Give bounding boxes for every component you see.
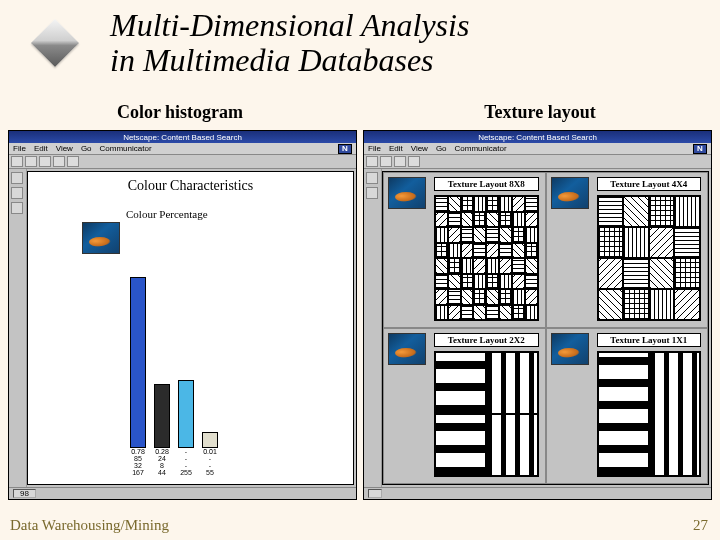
axis-label: 0.28: [154, 448, 170, 455]
menu-item[interactable]: View: [411, 144, 428, 153]
texture-cell: [486, 305, 499, 321]
texture-cell: [461, 274, 474, 290]
texture-cell: [486, 414, 537, 476]
toolbar: [9, 155, 356, 169]
texture-cell: [473, 243, 486, 259]
texture-cell: [499, 227, 512, 243]
texture-cell: [486, 274, 499, 290]
toolbar-button[interactable]: [11, 156, 23, 167]
query-image-thumb: [388, 177, 426, 209]
side-toolbar: [9, 169, 27, 487]
texture-cell: [649, 196, 675, 227]
menu-item[interactable]: Communicator: [455, 144, 507, 153]
window-titlebar: Netscape: Content Based Search: [9, 131, 356, 143]
query-image-thumb: [388, 333, 426, 365]
quad-title: Texture Layout 2X2: [434, 333, 539, 347]
texture-cell: [525, 212, 538, 228]
toolbar-button[interactable]: [380, 156, 392, 167]
toolbar-button[interactable]: [408, 156, 420, 167]
texture-cell: [499, 196, 512, 212]
toolbar-button[interactable]: [366, 187, 378, 199]
slide-title: Multi-Dimensional Analysis in Multimedia…: [110, 8, 469, 78]
status-bar: [364, 487, 711, 499]
texture-cell: [486, 227, 499, 243]
bar: [202, 432, 218, 448]
color-histogram-window: Netscape: Content Based Search File Edit…: [8, 130, 357, 500]
texture-cell: [623, 227, 649, 258]
texture-cell: [448, 227, 461, 243]
texture-cell: [448, 243, 461, 259]
texture-cell: [448, 305, 461, 321]
texture-cell: [525, 258, 538, 274]
texture-cell: [473, 196, 486, 212]
panel-heading: Colour Characteristics: [28, 178, 353, 194]
texture-cell: [623, 258, 649, 289]
texture-cell: [525, 289, 538, 305]
texture-cell: [435, 227, 448, 243]
menu-item[interactable]: File: [368, 144, 381, 153]
axis-label: -: [178, 455, 194, 462]
texture-cell: [448, 258, 461, 274]
texture-cell: [486, 352, 537, 414]
menu-item[interactable]: Go: [436, 144, 447, 153]
menu-item[interactable]: Edit: [34, 144, 48, 153]
chart-title: Colour Percentage: [126, 208, 208, 220]
texture-cell: [448, 196, 461, 212]
menu-item[interactable]: File: [13, 144, 26, 153]
texture-cell: [486, 289, 499, 305]
texture-cell: [674, 258, 700, 289]
toolbar-button[interactable]: [11, 172, 23, 184]
content-panel: Texture Layout 8X8 Texture Layout 4X4: [382, 171, 709, 485]
color-bar-chart: 0.780.28-0.018524--328--1674425555: [126, 220, 345, 476]
texture-cell: [512, 258, 525, 274]
netscape-logo-icon: N: [338, 144, 352, 154]
texture-cell: [461, 289, 474, 305]
texture-cell: [461, 196, 474, 212]
toolbar-button[interactable]: [67, 156, 79, 167]
query-image-thumb: [551, 177, 589, 209]
texture-cell: [486, 196, 499, 212]
quad-title: Texture Layout 4X4: [597, 177, 702, 191]
texture-cell: [473, 289, 486, 305]
title-line2: in Multimedia Databases: [110, 42, 434, 78]
texture-cell: [598, 352, 649, 476]
menu-item[interactable]: Communicator: [100, 144, 152, 153]
texture-cell: [649, 227, 675, 258]
toolbar-button[interactable]: [11, 187, 23, 199]
toolbar-button[interactable]: [39, 156, 51, 167]
toolbar-button[interactable]: [53, 156, 65, 167]
axis-label: 167: [130, 469, 146, 476]
texture-cell: [461, 243, 474, 259]
quad-title: Texture Layout 8X8: [434, 177, 539, 191]
toolbar-button[interactable]: [366, 156, 378, 167]
texture-cell: [499, 289, 512, 305]
texture-cell: [435, 352, 486, 414]
menu-item[interactable]: Go: [81, 144, 92, 153]
texture-cell: [448, 274, 461, 290]
query-image-thumb: [551, 333, 589, 365]
subhead-left: Color histogram: [0, 102, 360, 123]
texture-cell: [435, 258, 448, 274]
window-titlebar: Netscape: Content Based Search: [364, 131, 711, 143]
texture-quad-4x4: Texture Layout 4X4: [546, 172, 709, 328]
title-line1: Multi-Dimensional Analysis: [110, 7, 469, 43]
axis-label: -: [202, 455, 218, 462]
texture-cell: [473, 305, 486, 321]
texture-cell: [525, 196, 538, 212]
texture-cell: [512, 289, 525, 305]
menu-item[interactable]: View: [56, 144, 73, 153]
toolbar-button[interactable]: [366, 172, 378, 184]
toolbar: [364, 155, 711, 169]
toolbar-button[interactable]: [25, 156, 37, 167]
axis-label: 0.78: [130, 448, 146, 455]
texture-cell: [512, 212, 525, 228]
quad-title: Texture Layout 1X1: [597, 333, 702, 347]
axis-label: 0.01: [202, 448, 218, 455]
texture-cell: [461, 227, 474, 243]
toolbar-button[interactable]: [394, 156, 406, 167]
texture-cell: [461, 258, 474, 274]
toolbar-button[interactable]: [11, 202, 23, 214]
axis-label: -: [178, 448, 194, 455]
bar: [154, 384, 170, 448]
menu-item[interactable]: Edit: [389, 144, 403, 153]
